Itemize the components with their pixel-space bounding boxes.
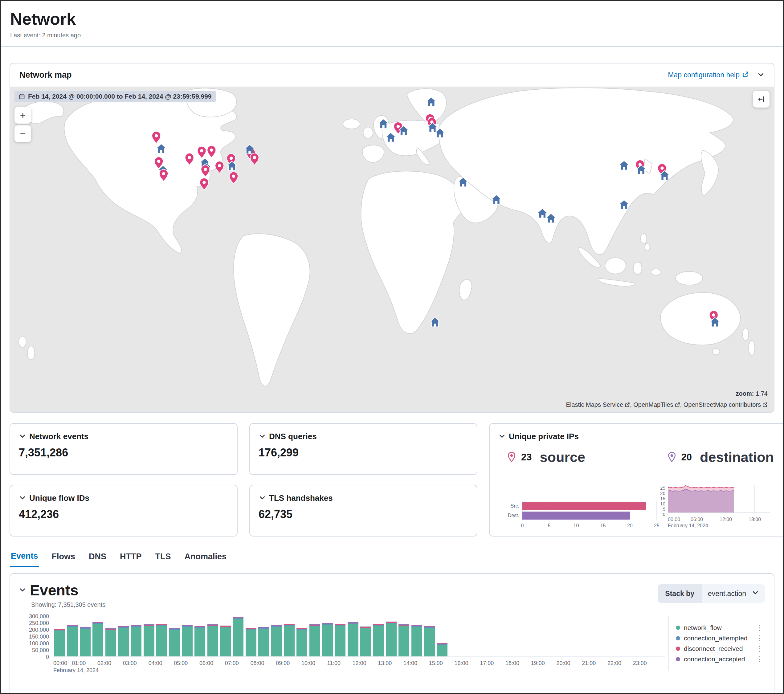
kpi-value: 7,351,286 bbox=[19, 446, 228, 459]
external-link-icon bbox=[743, 71, 749, 79]
map-host-marker[interactable] bbox=[227, 161, 237, 170]
tab-flows[interactable]: Flows bbox=[51, 550, 76, 567]
page-header: Network Last event: 2 minutes ago bbox=[1, 1, 783, 47]
events-bar bbox=[399, 624, 409, 656]
destination-count: 20 bbox=[681, 452, 692, 463]
stack-by-select[interactable]: event.action bbox=[702, 584, 765, 603]
events-bar bbox=[169, 628, 180, 656]
events-bar bbox=[424, 626, 435, 656]
map-panel-header: Network map Map configuration help bbox=[10, 63, 774, 87]
kpi-collapse-button[interactable] bbox=[19, 494, 26, 502]
chevron-down-icon bbox=[19, 494, 26, 502]
legend-options-icon[interactable]: ⋮ bbox=[756, 656, 763, 663]
events-bar bbox=[194, 626, 205, 656]
attribution-link[interactable]: Elastic Maps Service bbox=[566, 401, 630, 408]
events-bar bbox=[233, 617, 244, 656]
legend-item-connection_accepted[interactable]: connection_accepted⋮ bbox=[676, 654, 763, 664]
stack-by-control: Stack by event.action bbox=[658, 584, 765, 603]
chevron-down-icon bbox=[757, 71, 764, 79]
kpi-card-network-events: Network events 7,351,286 bbox=[10, 423, 237, 475]
legend-item-network_flow[interactable]: network_flow⋮ bbox=[676, 623, 763, 632]
page-title: Network bbox=[10, 10, 774, 28]
kpi-label: DNS queries bbox=[269, 432, 317, 441]
events-bar bbox=[373, 624, 384, 656]
events-bar bbox=[437, 643, 448, 656]
map-point-marker[interactable] bbox=[215, 161, 224, 173]
events-collapse-button[interactable] bbox=[19, 586, 26, 595]
tab-dns[interactable]: DNS bbox=[88, 550, 107, 567]
events-bar bbox=[156, 624, 167, 656]
legend-color-dot bbox=[676, 657, 680, 661]
plus-icon: + bbox=[20, 110, 26, 121]
area-chart-svg bbox=[668, 485, 770, 513]
attribution-link[interactable]: OpenMapTiles bbox=[633, 401, 680, 408]
legend-options-icon[interactable]: ⋮ bbox=[756, 624, 763, 631]
tab-anomalies[interactable]: Anomalies bbox=[184, 550, 227, 567]
tab-http[interactable]: HTTP bbox=[119, 550, 142, 567]
events-bar bbox=[208, 624, 218, 656]
network-map-panel: Network map Map configuration help bbox=[10, 63, 774, 413]
events-bar bbox=[118, 626, 129, 656]
events-bar bbox=[220, 626, 231, 656]
kpi-collapse-button[interactable] bbox=[498, 432, 506, 441]
map-point-marker[interactable] bbox=[229, 172, 238, 184]
map-panel-collapse-button[interactable] bbox=[757, 71, 764, 79]
map-zoom-out-button[interactable]: − bbox=[15, 125, 31, 142]
events-title: Events bbox=[30, 582, 78, 599]
events-bar bbox=[54, 629, 65, 656]
legend-options-icon[interactable]: ⋮ bbox=[756, 635, 763, 642]
world-map-svg bbox=[10, 87, 774, 412]
events-histogram: 300,000250,000200,000150,000100,00050,00… bbox=[19, 617, 765, 674]
events-bar bbox=[284, 624, 295, 656]
legend-label: connection_accepted bbox=[684, 656, 745, 663]
collapse-panel-icon bbox=[757, 95, 765, 103]
source-ips-stat: 23 source bbox=[507, 449, 585, 465]
events-bar bbox=[245, 628, 256, 656]
legend-label: disconnect_received bbox=[684, 645, 743, 653]
kpi-card-unique-private-ips: Unique private IPs 23 source 20 bbox=[489, 423, 784, 537]
kpi-label: Unique private IPs bbox=[509, 432, 579, 441]
map-point-marker[interactable] bbox=[250, 153, 259, 165]
legend-options-icon[interactable]: ⋮ bbox=[756, 645, 763, 653]
map-configuration-help-link[interactable]: Map configuration help bbox=[668, 71, 749, 79]
events-bar bbox=[310, 624, 320, 656]
minus-icon: − bbox=[20, 128, 26, 140]
tab-bar: EventsFlowsDNSHTTPTLSAnomalies bbox=[10, 550, 774, 567]
map-point-marker[interactable] bbox=[200, 178, 209, 190]
events-bar bbox=[348, 622, 358, 656]
tab-tls[interactable]: TLS bbox=[155, 550, 172, 567]
map-layers-toggle-button[interactable] bbox=[753, 91, 769, 107]
chevron-down-icon bbox=[498, 432, 506, 441]
legend-color-dot bbox=[676, 646, 680, 651]
source-count: 23 bbox=[521, 452, 532, 463]
legend-item-connection_attempted[interactable]: connection_attempted⋮ bbox=[676, 634, 763, 643]
events-bar bbox=[143, 624, 155, 656]
location-pin-icon bbox=[507, 452, 516, 463]
events-bar bbox=[335, 624, 346, 656]
legend-color-dot bbox=[676, 626, 680, 630]
map-panel-title: Network map bbox=[20, 70, 72, 80]
legend-label: connection_attempted bbox=[684, 635, 748, 642]
events-bar bbox=[182, 625, 193, 656]
events-bar bbox=[412, 625, 422, 656]
map-zoom-indicator: zoom: 1.74 bbox=[736, 390, 768, 397]
kpi-collapse-button[interactable] bbox=[259, 494, 266, 502]
kpi-collapse-button[interactable] bbox=[19, 432, 26, 441]
tab-events[interactable]: Events bbox=[10, 550, 39, 567]
ip-bar-src bbox=[522, 502, 646, 510]
source-label: source bbox=[540, 449, 585, 465]
world-map[interactable]: Feb 14, 2024 @ 00:00:00.000 to Feb 14, 2… bbox=[10, 87, 774, 412]
map-date-range-badge: Feb 14, 2024 @ 00:00:00.000 to Feb 14, 2… bbox=[15, 91, 216, 102]
destination-label: destination bbox=[700, 449, 774, 465]
map-zoom-in-button[interactable]: + bbox=[15, 107, 31, 124]
map-host-marker[interactable] bbox=[245, 145, 255, 154]
ip-bar-dest bbox=[522, 511, 630, 519]
ip-bar-label: Src. bbox=[502, 503, 519, 509]
kpi-collapse-button[interactable] bbox=[259, 432, 266, 441]
map-host-marker[interactable] bbox=[430, 317, 440, 326]
legend-item-disconnect_received[interactable]: disconnect_received⋮ bbox=[676, 644, 763, 653]
zoom-value: 1.74 bbox=[756, 390, 768, 397]
calendar-icon bbox=[19, 93, 25, 99]
attribution-link[interactable]: OpenStreetMap contributors bbox=[684, 401, 768, 408]
chevron-down-icon bbox=[19, 586, 26, 595]
